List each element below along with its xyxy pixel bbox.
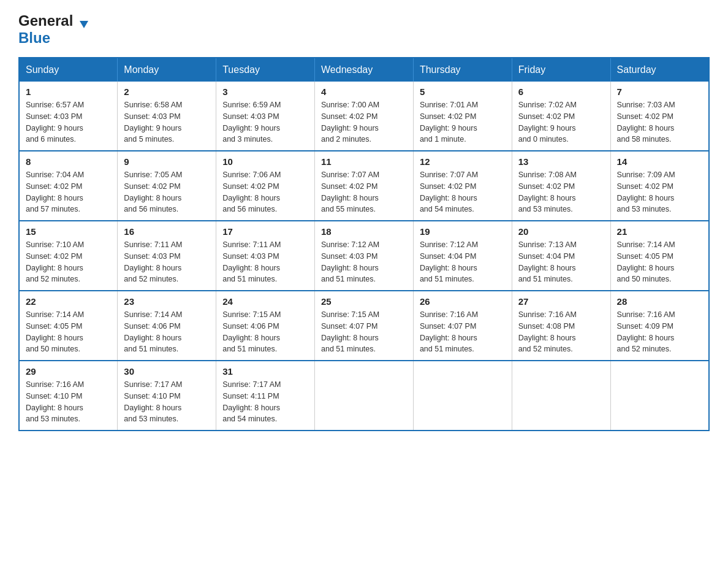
calendar-cell: 22 Sunrise: 7:14 AMSunset: 4:05 PMDaylig… [19, 291, 118, 361]
weekday-header-row: SundayMondayTuesdayWednesdayThursdayFrid… [19, 58, 709, 82]
day-info: Sunrise: 7:15 AMSunset: 4:07 PMDaylight:… [321, 309, 407, 355]
svg-marker-0 [80, 21, 88, 28]
calendar-cell: 4 Sunrise: 7:00 AMSunset: 4:02 PMDayligh… [315, 82, 414, 151]
day-number: 6 [518, 86, 604, 97]
day-info: Sunrise: 7:14 AMSunset: 4:05 PMDaylight:… [26, 309, 111, 355]
day-number: 13 [518, 156, 604, 167]
day-info: Sunrise: 7:16 AMSunset: 4:10 PMDaylight:… [26, 379, 111, 425]
calendar-cell: 6 Sunrise: 7:02 AMSunset: 4:02 PMDayligh… [512, 82, 610, 151]
calendar-cell: 29 Sunrise: 7:16 AMSunset: 4:10 PMDaylig… [19, 361, 118, 431]
calendar-cell: 10 Sunrise: 7:06 AMSunset: 4:02 PMDaylig… [216, 151, 315, 221]
page-header: General Blue [18, 12, 710, 46]
day-info: Sunrise: 7:00 AMSunset: 4:02 PMDaylight:… [321, 99, 407, 145]
day-number: 10 [222, 156, 308, 167]
day-info: Sunrise: 7:14 AMSunset: 4:06 PMDaylight:… [124, 309, 210, 355]
calendar-cell: 9 Sunrise: 7:05 AMSunset: 4:02 PMDayligh… [118, 151, 216, 221]
day-number: 16 [124, 226, 210, 237]
day-info: Sunrise: 6:57 AMSunset: 4:03 PMDaylight:… [26, 99, 111, 145]
day-info: Sunrise: 7:16 AMSunset: 4:09 PMDaylight:… [617, 309, 702, 355]
day-number: 3 [222, 86, 308, 97]
calendar-cell [413, 361, 512, 431]
weekday-header-friday: Friday [512, 58, 610, 82]
day-number: 28 [617, 296, 702, 307]
day-info: Sunrise: 7:17 AMSunset: 4:11 PMDaylight:… [222, 379, 308, 425]
day-info: Sunrise: 7:03 AMSunset: 4:02 PMDaylight:… [617, 99, 702, 145]
calendar-week-3: 15 Sunrise: 7:10 AMSunset: 4:02 PMDaylig… [19, 221, 709, 291]
calendar-week-4: 22 Sunrise: 7:14 AMSunset: 4:05 PMDaylig… [19, 291, 709, 361]
logo-block: General Blue [18, 12, 80, 46]
day-number: 22 [26, 296, 111, 307]
day-number: 26 [420, 296, 506, 307]
calendar-cell: 15 Sunrise: 7:10 AMSunset: 4:02 PMDaylig… [19, 221, 118, 291]
day-number: 11 [321, 156, 407, 167]
day-info: Sunrise: 7:06 AMSunset: 4:02 PMDaylight:… [222, 169, 308, 215]
day-number: 7 [617, 86, 702, 97]
calendar-cell: 31 Sunrise: 7:17 AMSunset: 4:11 PMDaylig… [216, 361, 315, 431]
day-info: Sunrise: 7:17 AMSunset: 4:10 PMDaylight:… [124, 379, 210, 425]
day-number: 20 [518, 226, 604, 237]
weekday-header-saturday: Saturday [610, 58, 709, 82]
day-number: 9 [124, 156, 210, 167]
day-info: Sunrise: 7:12 AMSunset: 4:03 PMDaylight:… [321, 239, 407, 285]
calendar-cell: 17 Sunrise: 7:11 AMSunset: 4:03 PMDaylig… [216, 221, 315, 291]
calendar-cell: 14 Sunrise: 7:09 AMSunset: 4:02 PMDaylig… [610, 151, 709, 221]
day-info: Sunrise: 7:14 AMSunset: 4:05 PMDaylight:… [617, 239, 702, 285]
calendar-table: SundayMondayTuesdayWednesdayThursdayFrid… [18, 57, 710, 431]
day-number: 14 [617, 156, 702, 167]
day-info: Sunrise: 7:13 AMSunset: 4:04 PMDaylight:… [518, 239, 604, 285]
calendar-cell: 20 Sunrise: 7:13 AMSunset: 4:04 PMDaylig… [512, 221, 610, 291]
calendar-cell: 18 Sunrise: 7:12 AMSunset: 4:03 PMDaylig… [315, 221, 414, 291]
calendar-cell: 16 Sunrise: 7:11 AMSunset: 4:03 PMDaylig… [118, 221, 216, 291]
weekday-header-wednesday: Wednesday [315, 58, 414, 82]
calendar-cell: 21 Sunrise: 7:14 AMSunset: 4:05 PMDaylig… [610, 221, 709, 291]
day-number: 18 [321, 226, 407, 237]
calendar-cell: 12 Sunrise: 7:07 AMSunset: 4:02 PMDaylig… [413, 151, 512, 221]
weekday-header-monday: Monday [118, 58, 216, 82]
day-number: 21 [617, 226, 702, 237]
day-number: 5 [420, 86, 506, 97]
weekday-header-tuesday: Tuesday [216, 58, 315, 82]
calendar-cell: 24 Sunrise: 7:15 AMSunset: 4:06 PMDaylig… [216, 291, 315, 361]
calendar-cell: 5 Sunrise: 7:01 AMSunset: 4:02 PMDayligh… [413, 82, 512, 151]
day-info: Sunrise: 7:08 AMSunset: 4:02 PMDaylight:… [518, 169, 604, 215]
day-info: Sunrise: 7:12 AMSunset: 4:04 PMDaylight:… [420, 239, 506, 285]
logo-general-text: General [18, 12, 73, 29]
day-info: Sunrise: 7:16 AMSunset: 4:08 PMDaylight:… [518, 309, 604, 355]
calendar-cell: 7 Sunrise: 7:03 AMSunset: 4:02 PMDayligh… [610, 82, 709, 151]
day-number: 29 [26, 366, 111, 377]
day-number: 31 [222, 366, 308, 377]
calendar-cell: 8 Sunrise: 7:04 AMSunset: 4:02 PMDayligh… [19, 151, 118, 221]
day-number: 25 [321, 296, 407, 307]
calendar-cell [512, 361, 610, 431]
day-info: Sunrise: 7:07 AMSunset: 4:02 PMDaylight:… [321, 169, 407, 215]
day-info: Sunrise: 7:07 AMSunset: 4:02 PMDaylight:… [420, 169, 506, 215]
day-info: Sunrise: 7:02 AMSunset: 4:02 PMDaylight:… [518, 99, 604, 145]
day-info: Sunrise: 7:10 AMSunset: 4:02 PMDaylight:… [26, 239, 111, 285]
calendar-cell: 26 Sunrise: 7:16 AMSunset: 4:07 PMDaylig… [413, 291, 512, 361]
calendar-week-1: 1 Sunrise: 6:57 AMSunset: 4:03 PMDayligh… [19, 82, 709, 151]
calendar-cell [315, 361, 414, 431]
calendar-week-5: 29 Sunrise: 7:16 AMSunset: 4:10 PMDaylig… [19, 361, 709, 431]
calendar-cell: 28 Sunrise: 7:16 AMSunset: 4:09 PMDaylig… [610, 291, 709, 361]
day-number: 19 [420, 226, 506, 237]
weekday-header-thursday: Thursday [413, 58, 512, 82]
logo-blue-text: Blue [18, 29, 80, 47]
day-info: Sunrise: 7:11 AMSunset: 4:03 PMDaylight:… [124, 239, 210, 285]
day-number: 8 [26, 156, 111, 167]
calendar-cell: 27 Sunrise: 7:16 AMSunset: 4:08 PMDaylig… [512, 291, 610, 361]
day-info: Sunrise: 7:04 AMSunset: 4:02 PMDaylight:… [26, 169, 111, 215]
calendar-week-2: 8 Sunrise: 7:04 AMSunset: 4:02 PMDayligh… [19, 151, 709, 221]
calendar-cell: 13 Sunrise: 7:08 AMSunset: 4:02 PMDaylig… [512, 151, 610, 221]
calendar-cell: 1 Sunrise: 6:57 AMSunset: 4:03 PMDayligh… [19, 82, 118, 151]
day-number: 30 [124, 366, 210, 377]
logo: General Blue [18, 12, 80, 46]
day-number: 2 [124, 86, 210, 97]
calendar-cell: 30 Sunrise: 7:17 AMSunset: 4:10 PMDaylig… [118, 361, 216, 431]
day-number: 12 [420, 156, 506, 167]
day-info: Sunrise: 7:11 AMSunset: 4:03 PMDaylight:… [222, 239, 308, 285]
day-number: 23 [124, 296, 210, 307]
day-info: Sunrise: 7:09 AMSunset: 4:02 PMDaylight:… [617, 169, 702, 215]
day-number: 27 [518, 296, 604, 307]
day-number: 15 [26, 226, 111, 237]
calendar-cell: 23 Sunrise: 7:14 AMSunset: 4:06 PMDaylig… [118, 291, 216, 361]
